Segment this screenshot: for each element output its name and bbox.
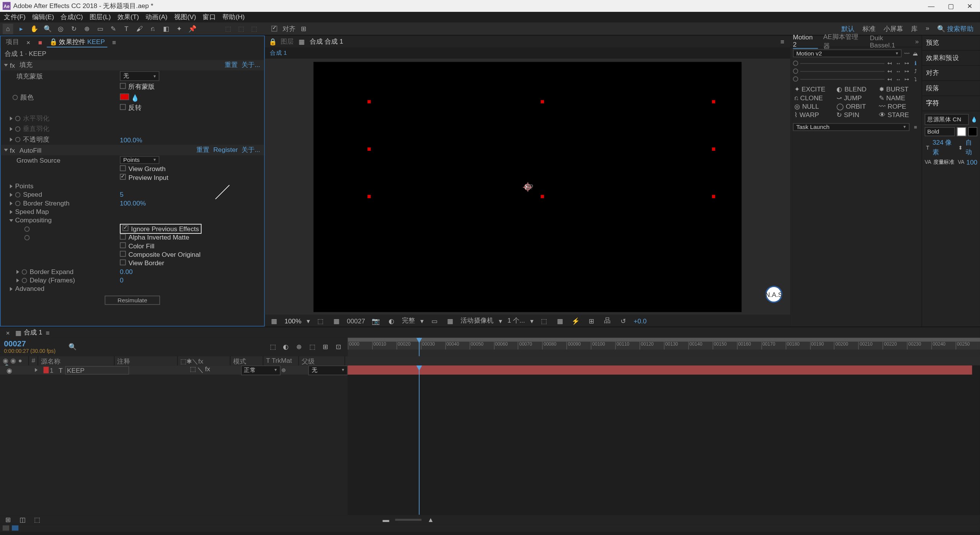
eraser-tool-icon[interactable]: ◧ bbox=[161, 23, 172, 34]
font-weight-dropdown[interactable]: Bold bbox=[924, 127, 955, 136]
hand-tool-icon[interactable]: ✋ bbox=[29, 23, 40, 34]
motion-stare[interactable]: 👁STARE bbox=[879, 111, 917, 119]
zoom-in-icon[interactable]: ▲ bbox=[425, 514, 436, 525]
toggle-switches-icon[interactable]: ⊞ bbox=[3, 514, 13, 525]
view-border-checkbox[interactable] bbox=[120, 259, 126, 265]
layer-switches[interactable]: ⬚＼fx bbox=[190, 365, 241, 375]
motion-rope[interactable]: 〰ROPE bbox=[879, 103, 917, 110]
res-icon[interactable]: ⬚ bbox=[315, 315, 326, 326]
preview-input-checkbox[interactable] bbox=[120, 174, 126, 179]
axis-icon[interactable]: ⬚ bbox=[222, 23, 233, 34]
motion-jump[interactable]: ⤻JUMP bbox=[836, 94, 875, 101]
menu-file[interactable]: 文件(F) bbox=[4, 13, 25, 22]
panel-menu-icon[interactable]: ≡ bbox=[109, 37, 119, 47]
tab-project[interactable]: 项目 bbox=[3, 38, 22, 47]
work-area-bar[interactable] bbox=[348, 338, 980, 342]
tracking[interactable]: 100 bbox=[966, 159, 977, 166]
zoom-out-icon[interactable]: ▬ bbox=[381, 514, 391, 525]
rect-tool-icon[interactable]: ▭ bbox=[95, 23, 106, 34]
slider-2[interactable] bbox=[800, 71, 884, 72]
font-family-dropdown[interactable]: 思源黑体 CN bbox=[924, 114, 969, 125]
flowchart-icon[interactable]: 品 bbox=[602, 315, 613, 326]
layer-row[interactable]: ◉ 1 T KEEP ⬚＼fx 正常 ⊚ 无 bbox=[0, 365, 348, 375]
menu-help[interactable]: 帮助(H) bbox=[222, 13, 245, 22]
exposure[interactable]: +0.0 bbox=[634, 317, 647, 324]
parent-dropdown[interactable]: 无 bbox=[308, 365, 348, 375]
motion-burst[interactable]: ✸BURST bbox=[879, 86, 917, 93]
eyedropper-icon[interactable]: 💧 bbox=[131, 94, 139, 101]
eye-icon[interactable]: ◉ bbox=[0, 366, 19, 374]
transparency-icon[interactable]: ▦ bbox=[445, 315, 456, 326]
eyedropper-icon[interactable]: 💧 bbox=[971, 116, 977, 123]
tab-close-icon[interactable]: × bbox=[3, 327, 13, 338]
stroke-color-swatch[interactable] bbox=[968, 127, 977, 136]
orbit-tool-icon[interactable]: ◎ bbox=[56, 23, 66, 34]
col-source[interactable]: 源名称 bbox=[38, 356, 115, 365]
motion-preset-dropdown[interactable]: Motion v2 bbox=[793, 49, 902, 57]
stopwatch-icon[interactable] bbox=[15, 192, 21, 197]
motion-orbit[interactable]: ◯ORBIT bbox=[836, 103, 875, 110]
rotate-tool-icon[interactable]: ↻ bbox=[69, 23, 79, 34]
selection-handle[interactable] bbox=[368, 194, 371, 198]
menu-anim[interactable]: 动画(A) bbox=[145, 13, 167, 22]
slider-3[interactable] bbox=[800, 79, 884, 80]
motion-blend[interactable]: ◐BLEND bbox=[836, 86, 875, 93]
stopwatch-icon[interactable] bbox=[22, 269, 27, 274]
puppet-tool-icon[interactable]: 📌 bbox=[187, 23, 198, 34]
anchor-tool-icon[interactable]: ⊕ bbox=[82, 23, 92, 34]
selection-handle[interactable] bbox=[368, 100, 371, 103]
camera-select[interactable]: 活动摄像机 bbox=[461, 316, 493, 325]
all-masks-checkbox[interactable] bbox=[120, 83, 126, 89]
home-icon[interactable]: ⌂ bbox=[3, 23, 13, 34]
task-dropdown[interactable]: Task Launch bbox=[793, 123, 910, 131]
tab-effect-controls[interactable]: 🔒 效果控件 KEEP bbox=[47, 37, 108, 47]
ws-more-icon[interactable]: » bbox=[926, 24, 929, 33]
tl-tool-4[interactable]: ⬚ bbox=[307, 341, 318, 352]
zoom-slider[interactable] bbox=[395, 519, 421, 520]
tab-paragraph[interactable]: 段落 bbox=[922, 81, 980, 96]
timeline-icon[interactable]: ⊞ bbox=[586, 315, 597, 326]
search-help[interactable]: 🔍搜索帮助 bbox=[937, 24, 973, 33]
tab-preview[interactable]: 预览 bbox=[922, 36, 980, 51]
fast-icon[interactable]: ⚡ bbox=[570, 315, 581, 326]
stopwatch-icon[interactable] bbox=[15, 201, 21, 206]
grid-icon[interactable]: ▦ bbox=[331, 315, 342, 326]
stopwatch-icon[interactable] bbox=[15, 137, 21, 142]
tl-tool-6[interactable]: ⊡ bbox=[333, 341, 344, 352]
ws-lib[interactable]: 库 bbox=[911, 24, 918, 33]
tab-duik[interactable]: Duik Bassel.1 bbox=[870, 34, 910, 49]
tab-layer[interactable]: 图层 bbox=[281, 37, 294, 46]
timeline-tracks[interactable] bbox=[348, 365, 980, 515]
ease-icon[interactable]: 〰 bbox=[903, 50, 910, 57]
pixel-icon[interactable]: ▦ bbox=[555, 315, 565, 326]
invert-checkbox[interactable] bbox=[120, 104, 126, 110]
motion-warp[interactable]: ⌇WARP bbox=[794, 111, 833, 119]
close-button[interactable]: ✕ bbox=[967, 2, 972, 10]
menu-edit[interactable]: 编辑(E) bbox=[32, 13, 54, 22]
brush-tool-icon[interactable]: 🖌 bbox=[134, 23, 145, 34]
radio-2[interactable] bbox=[793, 69, 798, 74]
fill-color-swatch[interactable] bbox=[957, 127, 966, 136]
current-timecode[interactable]: 00027 bbox=[4, 339, 56, 348]
blend-mode-dropdown[interactable]: 正常 bbox=[241, 365, 280, 375]
tab-comp[interactable]: 合成 合成 1 bbox=[310, 37, 343, 46]
timeline-ruler-area[interactable]: 0000000100002000030000400005000060000700… bbox=[348, 338, 980, 356]
menu-comp[interactable]: 合成(C) bbox=[60, 13, 83, 22]
kerning[interactable]: 度量标准 bbox=[933, 159, 954, 166]
status-icon-2[interactable] bbox=[12, 525, 18, 531]
slider-1[interactable] bbox=[800, 63, 884, 64]
status-icon-1[interactable] bbox=[3, 525, 9, 531]
tab-lock-icon[interactable]: ■ bbox=[35, 37, 46, 47]
timeline-search[interactable]: 🔍 bbox=[69, 343, 77, 350]
stopwatch-icon[interactable] bbox=[24, 226, 30, 232]
minimize-button[interactable]: — bbox=[928, 2, 934, 10]
channel-icon[interactable]: ◐ bbox=[386, 315, 397, 326]
resolution[interactable]: 完整 bbox=[402, 316, 415, 325]
menu-layer[interactable]: 图层(L) bbox=[90, 13, 111, 22]
panel-menu-icon[interactable]: ≡ bbox=[777, 36, 788, 47]
task-opt-icon[interactable]: ≡ bbox=[912, 124, 919, 130]
motion-clone[interactable]: ⎌CLONE bbox=[794, 94, 833, 101]
view-count[interactable]: 1 个... bbox=[507, 316, 525, 325]
resimulate-button[interactable]: Resimulate bbox=[105, 295, 160, 305]
selection-handle[interactable] bbox=[368, 147, 371, 151]
